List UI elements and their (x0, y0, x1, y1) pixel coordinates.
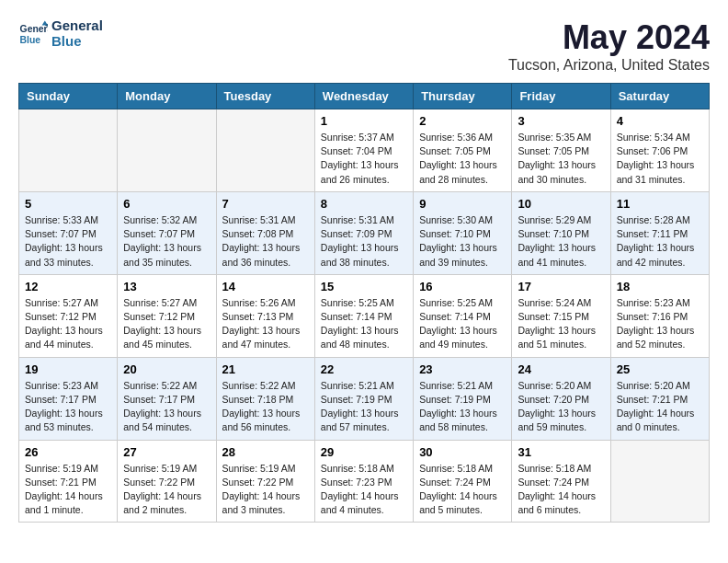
calendar-cell: 28Sunrise: 5:19 AMSunset: 7:22 PMDayligh… (216, 440, 314, 523)
cell-info: Sunrise: 5:21 AMSunset: 7:19 PMDaylight:… (321, 379, 407, 435)
page-title: May 2024 (508, 18, 710, 57)
cell-date-number: 14 (222, 280, 309, 293)
cell-date-number: 12 (25, 280, 111, 293)
calendar-week-row: 1Sunrise: 5:37 AMSunset: 7:04 PMDaylight… (19, 109, 710, 192)
calendar-cell (19, 109, 118, 192)
calendar-cell: 21Sunrise: 5:22 AMSunset: 7:18 PMDayligh… (216, 357, 314, 440)
cell-date-number: 29 (321, 445, 407, 459)
cell-date-number: 30 (419, 445, 506, 459)
calendar-cell (216, 109, 314, 192)
calendar-cell: 7Sunrise: 5:31 AMSunset: 7:08 PMDaylight… (216, 191, 314, 274)
calendar-cell: 18Sunrise: 5:23 AMSunset: 7:16 PMDayligh… (610, 274, 709, 357)
cell-info: Sunrise: 5:23 AMSunset: 7:16 PMDaylight:… (617, 296, 703, 352)
cell-info: Sunrise: 5:34 AMSunset: 7:06 PMDaylight:… (617, 131, 703, 187)
cell-date-number: 2 (419, 114, 506, 128)
calendar-cell (118, 109, 216, 192)
calendar-cell: 9Sunrise: 5:30 AMSunset: 7:10 PMDaylight… (414, 191, 512, 274)
calendar-cell: 30Sunrise: 5:18 AMSunset: 7:24 PMDayligh… (414, 440, 512, 523)
cell-info: Sunrise: 5:18 AMSunset: 7:24 PMDaylight:… (419, 462, 506, 518)
calendar-cell: 17Sunrise: 5:24 AMSunset: 7:15 PMDayligh… (512, 274, 610, 357)
logo-line1: General (51, 18, 103, 34)
calendar-cell: 15Sunrise: 5:25 AMSunset: 7:14 PMDayligh… (314, 274, 413, 357)
calendar-cell: 27Sunrise: 5:19 AMSunset: 7:22 PMDayligh… (118, 440, 216, 523)
cell-info: Sunrise: 5:19 AMSunset: 7:21 PMDaylight:… (25, 462, 111, 518)
cell-info: Sunrise: 5:20 AMSunset: 7:21 PMDaylight:… (617, 379, 703, 435)
cell-info: Sunrise: 5:26 AMSunset: 7:13 PMDaylight:… (222, 296, 309, 352)
calendar-cell: 24Sunrise: 5:20 AMSunset: 7:20 PMDayligh… (512, 357, 610, 440)
cell-date-number: 26 (25, 445, 111, 459)
calendar-day-header: Saturday (610, 84, 709, 109)
cell-info: Sunrise: 5:22 AMSunset: 7:18 PMDaylight:… (222, 379, 309, 435)
calendar-cell: 25Sunrise: 5:20 AMSunset: 7:21 PMDayligh… (610, 357, 709, 440)
cell-info: Sunrise: 5:29 AMSunset: 7:10 PMDaylight:… (518, 213, 604, 270)
cell-date-number: 19 (25, 362, 111, 376)
cell-info: Sunrise: 5:36 AMSunset: 7:05 PMDaylight:… (419, 131, 506, 187)
cell-date-number: 5 (25, 197, 111, 211)
cell-date-number: 7 (222, 197, 309, 211)
cell-date-number: 23 (419, 362, 506, 376)
svg-text:Blue: Blue (20, 34, 41, 44)
cell-info: Sunrise: 5:27 AMSunset: 7:12 PMDaylight:… (25, 296, 111, 352)
cell-info: Sunrise: 5:25 AMSunset: 7:14 PMDaylight:… (321, 296, 407, 352)
cell-date-number: 11 (617, 197, 703, 211)
calendar-cell: 6Sunrise: 5:32 AMSunset: 7:07 PMDaylight… (118, 191, 216, 274)
page-subtitle: Tucson, Arizona, United States (508, 57, 710, 74)
cell-info: Sunrise: 5:35 AMSunset: 7:05 PMDaylight:… (518, 131, 604, 187)
cell-date-number: 15 (321, 280, 407, 293)
calendar-day-header: Thursday (414, 84, 512, 109)
calendar-cell: 20Sunrise: 5:22 AMSunset: 7:17 PMDayligh… (118, 357, 216, 440)
logo: General Blue General Blue (18, 18, 103, 49)
cell-info: Sunrise: 5:30 AMSunset: 7:10 PMDaylight:… (419, 213, 506, 270)
calendar-body: 1Sunrise: 5:37 AMSunset: 7:04 PMDaylight… (19, 109, 710, 523)
cell-date-number: 3 (518, 114, 604, 128)
calendar-week-row: 5Sunrise: 5:33 AMSunset: 7:07 PMDaylight… (19, 191, 710, 274)
calendar-cell: 8Sunrise: 5:31 AMSunset: 7:09 PMDaylight… (314, 191, 413, 274)
calendar-cell: 1Sunrise: 5:37 AMSunset: 7:04 PMDaylight… (314, 109, 413, 192)
cell-info: Sunrise: 5:19 AMSunset: 7:22 PMDaylight:… (222, 462, 309, 518)
calendar-header-row: SundayMondayTuesdayWednesdayThursdayFrid… (19, 84, 710, 109)
cell-date-number: 21 (222, 362, 309, 376)
cell-info: Sunrise: 5:28 AMSunset: 7:11 PMDaylight:… (617, 213, 703, 270)
calendar-day-header: Tuesday (216, 84, 314, 109)
calendar-cell: 22Sunrise: 5:21 AMSunset: 7:19 PMDayligh… (314, 357, 413, 440)
calendar-cell (610, 440, 709, 523)
calendar-cell: 29Sunrise: 5:18 AMSunset: 7:23 PMDayligh… (314, 440, 413, 523)
title-section: May 2024 Tucson, Arizona, United States (508, 18, 710, 74)
cell-date-number: 31 (518, 445, 604, 459)
cell-date-number: 18 (617, 280, 703, 293)
cell-date-number: 25 (617, 362, 703, 376)
calendar-cell: 16Sunrise: 5:25 AMSunset: 7:14 PMDayligh… (414, 274, 512, 357)
calendar-day-header: Sunday (19, 84, 118, 109)
calendar-cell: 2Sunrise: 5:36 AMSunset: 7:05 PMDaylight… (414, 109, 512, 192)
cell-info: Sunrise: 5:22 AMSunset: 7:17 PMDaylight:… (123, 379, 210, 435)
page-header: General Blue General Blue May 2024 Tucso… (18, 18, 710, 74)
cell-info: Sunrise: 5:18 AMSunset: 7:23 PMDaylight:… (321, 462, 407, 518)
cell-date-number: 13 (123, 280, 210, 293)
calendar-cell: 31Sunrise: 5:18 AMSunset: 7:24 PMDayligh… (512, 440, 610, 523)
calendar-cell: 12Sunrise: 5:27 AMSunset: 7:12 PMDayligh… (19, 274, 118, 357)
logo-icon: General Blue (18, 19, 48, 49)
cell-date-number: 10 (518, 197, 604, 211)
calendar-cell: 14Sunrise: 5:26 AMSunset: 7:13 PMDayligh… (216, 274, 314, 357)
cell-info: Sunrise: 5:20 AMSunset: 7:20 PMDaylight:… (518, 379, 604, 435)
cell-date-number: 8 (321, 197, 407, 211)
cell-date-number: 16 (419, 280, 506, 293)
cell-date-number: 27 (123, 445, 210, 459)
cell-date-number: 22 (321, 362, 407, 376)
calendar-day-header: Monday (118, 84, 216, 109)
cell-info: Sunrise: 5:31 AMSunset: 7:09 PMDaylight:… (321, 213, 407, 270)
calendar-day-header: Friday (512, 84, 610, 109)
cell-info: Sunrise: 5:32 AMSunset: 7:07 PMDaylight:… (123, 213, 210, 270)
calendar-table: SundayMondayTuesdayWednesdayThursdayFrid… (18, 83, 710, 523)
calendar-cell: 3Sunrise: 5:35 AMSunset: 7:05 PMDaylight… (512, 109, 610, 192)
cell-date-number: 1 (321, 114, 407, 128)
calendar-cell: 11Sunrise: 5:28 AMSunset: 7:11 PMDayligh… (610, 191, 709, 274)
cell-date-number: 4 (617, 114, 703, 128)
cell-date-number: 6 (123, 197, 210, 211)
cell-date-number: 24 (518, 362, 604, 376)
cell-info: Sunrise: 5:27 AMSunset: 7:12 PMDaylight:… (123, 296, 210, 352)
cell-info: Sunrise: 5:19 AMSunset: 7:22 PMDaylight:… (123, 462, 210, 518)
calendar-week-row: 12Sunrise: 5:27 AMSunset: 7:12 PMDayligh… (19, 274, 710, 357)
cell-info: Sunrise: 5:37 AMSunset: 7:04 PMDaylight:… (321, 131, 407, 187)
logo-line2: Blue (51, 34, 103, 50)
